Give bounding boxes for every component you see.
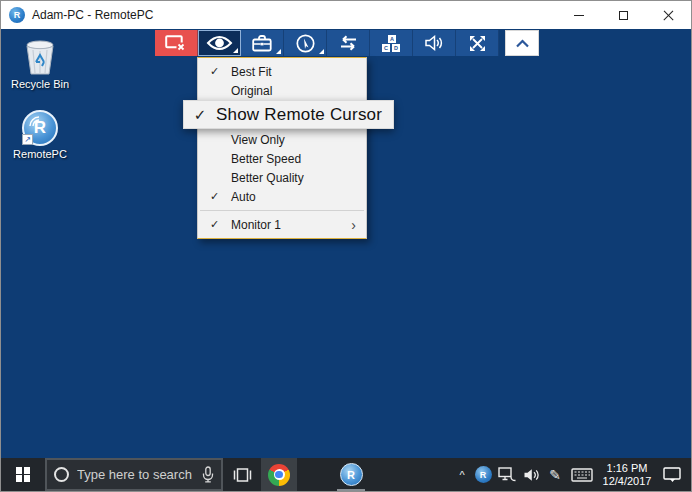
key-c: C — [382, 44, 390, 52]
keyboard-icon — [571, 468, 593, 482]
menu-item-label: View Only — [231, 133, 285, 147]
remotepc-icon: R — [340, 463, 363, 486]
menu-item-monitor-1[interactable]: ✓ Monitor 1 › — [198, 215, 366, 234]
shortcut-arrow-icon: ↗ — [22, 134, 33, 145]
menu-item-best-fit[interactable]: ✓ Best Fit — [198, 62, 366, 81]
close-icon — [663, 10, 674, 21]
search-placeholder: Type here to search — [77, 467, 194, 482]
start-button[interactable] — [1, 458, 45, 491]
key-d: D — [392, 44, 400, 52]
disconnect-icon — [165, 35, 187, 52]
desktop-icon-remotepc[interactable]: R ↗ RemotePC — [7, 110, 73, 160]
speaker-icon — [424, 35, 444, 51]
tray-touch-keyboard-button[interactable] — [567, 458, 597, 491]
window-controls — [556, 1, 691, 29]
remotepc-viewer-window: R Adam-PC - RemotePC Recycle Bin — [0, 0, 692, 492]
fullscreen-button[interactable] — [456, 30, 499, 56]
minimize-icon — [574, 15, 584, 16]
tray-clock-button[interactable]: 1:16 PM 12/4/2017 — [597, 458, 657, 491]
menu-item-original[interactable]: Original — [198, 81, 366, 100]
close-button[interactable] — [646, 1, 691, 29]
maximize-button[interactable] — [601, 1, 646, 29]
minimize-button[interactable] — [556, 1, 601, 29]
expand-arrows-icon — [469, 35, 486, 52]
system-tray: ^ R — [453, 458, 691, 491]
chrome-icon — [268, 464, 290, 486]
running-app-indicator — [337, 489, 365, 491]
search-box[interactable]: Type here to search — [45, 458, 223, 491]
menu-item-show-remote-cursor-magnified[interactable]: ✓ Show Remote Cursor — [183, 100, 394, 129]
remote-desktop: Recycle Bin R ↗ RemotePC — [1, 29, 691, 491]
key-combo-icon: A C D — [382, 35, 400, 52]
view-options-menu: ✓ Best Fit Original View Only Better Spe… — [197, 57, 367, 239]
menu-item-label: Original — [231, 84, 272, 98]
maximize-icon — [619, 11, 628, 20]
remotepc-letter: R — [14, 10, 21, 20]
dropdown-corner-indicator — [276, 49, 281, 54]
clock-date: 12/4/2017 — [603, 475, 652, 488]
desktop-icon-recycle-bin[interactable]: Recycle Bin — [7, 40, 73, 90]
taskbar-remotepc-button[interactable]: R — [333, 458, 369, 491]
sound-button[interactable] — [413, 30, 456, 56]
transfer-arrows-icon — [338, 35, 359, 51]
view-options-button[interactable] — [198, 30, 241, 56]
check-icon: ✓ — [198, 65, 231, 78]
send-key-combo-button[interactable]: A C D — [370, 30, 413, 56]
menu-item-label: Better Quality — [231, 171, 304, 185]
menu-item-label: Monitor 1 — [231, 218, 281, 232]
signal-arcs-icon — [28, 115, 41, 128]
task-view-icon — [232, 467, 253, 483]
collapse-toolbar-button[interactable] — [505, 30, 539, 56]
chevron-up-icon — [515, 39, 530, 48]
recycle-bin-icon — [23, 40, 57, 76]
menu-item-label: Best Fit — [231, 65, 272, 79]
file-transfer-button[interactable] — [327, 30, 370, 56]
session-toolbar: A C D — [155, 30, 539, 56]
performance-button[interactable] — [284, 30, 327, 56]
speaker-icon — [523, 468, 540, 482]
menu-item-better-speed[interactable]: Better Speed — [198, 149, 366, 168]
magnified-item-label: Show Remote Cursor — [216, 105, 382, 125]
briefcase-icon — [252, 34, 272, 52]
tray-network-button[interactable] — [495, 458, 519, 491]
tray-volume-button[interactable] — [519, 458, 543, 491]
clock-time: 1:16 PM — [607, 462, 648, 475]
taskbar: Type here to search R — [1, 458, 691, 491]
menu-item-label: Auto — [231, 190, 256, 204]
disconnect-button[interactable] — [155, 30, 198, 56]
task-view-button[interactable] — [223, 458, 261, 491]
menu-item-better-quality[interactable]: Better Quality — [198, 168, 366, 187]
dropdown-corner-indicator — [233, 48, 238, 53]
action-center-icon — [663, 467, 681, 483]
menu-separator — [200, 210, 364, 211]
check-icon: ✓ — [198, 190, 231, 203]
cortana-icon — [54, 467, 69, 482]
eye-icon — [206, 35, 233, 51]
menu-item-view-only[interactable]: View Only — [198, 130, 366, 149]
submenu-chevron-icon: › — [351, 218, 356, 232]
speed-dial-icon — [296, 34, 315, 53]
tray-remotepc-icon[interactable]: R — [471, 458, 495, 491]
titlebar[interactable]: R Adam-PC - RemotePC — [1, 1, 691, 29]
remotepc-app-icon: R — [9, 7, 25, 23]
microphone-icon[interactable] — [202, 466, 214, 483]
remotepc-logo-icon: R ↗ — [22, 110, 58, 146]
pen-icon: ✎ — [549, 467, 561, 483]
remotepc-icon: R — [475, 466, 492, 483]
window-title: Adam-PC - RemotePC — [32, 8, 153, 22]
network-icon — [498, 467, 517, 482]
action-center-button[interactable] — [657, 458, 687, 491]
key-a: A — [388, 35, 396, 43]
windows-logo-icon — [16, 467, 31, 482]
check-icon: ✓ — [198, 218, 231, 231]
desktop-icon-label: Recycle Bin — [7, 78, 73, 90]
menu-item-auto[interactable]: ✓ Auto — [198, 187, 366, 206]
desktop-icon-label: RemotePC — [7, 148, 73, 160]
check-icon: ✓ — [184, 106, 216, 124]
menu-item-label: Better Speed — [231, 152, 301, 166]
show-hidden-icons-button[interactable]: ^ — [453, 458, 471, 491]
dropdown-corner-indicator — [319, 49, 324, 54]
tray-windows-ink-button[interactable]: ✎ — [543, 458, 567, 491]
tools-button[interactable] — [241, 30, 284, 56]
taskbar-chrome-button[interactable] — [261, 458, 297, 491]
